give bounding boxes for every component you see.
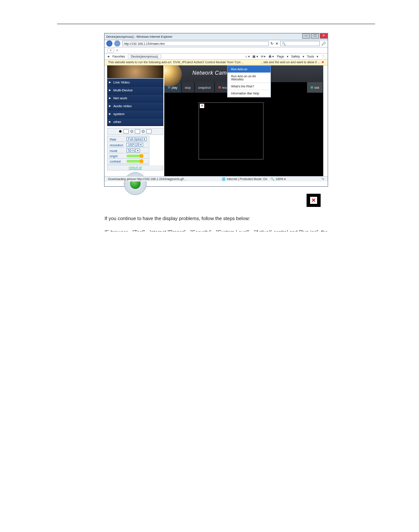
broken-image-callout: ✕ — [307, 194, 321, 207]
favorites-label[interactable]: Favorites — [112, 55, 125, 58]
page-menu[interactable]: Page — [277, 55, 284, 58]
default-all-link[interactable]: default all — [107, 165, 163, 170]
paragraph-1: If you continue to have the display prob… — [105, 215, 328, 222]
stop-icon[interactable]: ✕ — [275, 42, 278, 46]
ie-window: Device(anonymous) - Windows Internet Exp… — [104, 33, 328, 187]
control-table: RateFull-Speed ▾ resolution160*120 ▾ mod… — [107, 136, 149, 165]
status-zone: 🌐 Internet | Protected Mode: On — [222, 177, 267, 181]
sidebar-item-system[interactable]: system — [107, 110, 163, 118]
broken-image-icon: ✕ — [200, 104, 204, 108]
window-title: Device(anonymous) - Windows Internet Exp… — [106, 35, 173, 38]
ctrl-label-resolution: resolution — [108, 143, 124, 148]
tools-menu[interactable]: Tools — [307, 55, 314, 58]
search-box[interactable]: 🔍 — [280, 41, 320, 46]
ctrl-label-contrast: contrast — [108, 159, 124, 164]
nav-forward-button[interactable] — [114, 40, 120, 47]
ctrl-label-mode: mode — [108, 148, 124, 153]
favorites-icon[interactable]: ★ — [107, 55, 110, 58]
status-text: Downloading picture http://192.168.1.154… — [108, 177, 187, 181]
sidebar-item-audio-video[interactable]: Audio video — [107, 102, 163, 110]
sidebar-item-other[interactable]: other — [107, 118, 163, 126]
ctrl-label-bright: bright — [108, 154, 124, 159]
mail-icon[interactable]: ✉ ▾ — [261, 55, 266, 58]
ctrl-label-rate: Rate — [108, 137, 124, 142]
search-magnifier-icon[interactable]: 🔎 — [321, 42, 326, 46]
info-bar-text-right: …site and the add-on and want to allow i… — [260, 61, 321, 64]
contrast-slider[interactable] — [126, 160, 143, 163]
home-icon[interactable]: ⌂ ▾ — [245, 55, 249, 58]
view-mode-switch — [107, 128, 163, 135]
help-icon[interactable]: ❔ — [321, 55, 325, 58]
sidebar-item-live-video[interactable]: Live Video — [107, 79, 163, 87]
view-mode-quad[interactable] — [135, 129, 140, 134]
camera-side-panel: Live Video Multi-Device Net work Audio v… — [107, 65, 163, 195]
maximize-button[interactable]: ▢ — [311, 33, 319, 39]
extension-pill[interactable]: ✕ — [107, 48, 114, 53]
snapshot-button[interactable]: snapshot — [195, 82, 214, 93]
video-placeholder: ✕ — [199, 102, 264, 159]
info-bar-close-icon[interactable]: ✕ — [321, 61, 324, 64]
view-mode-radio-2[interactable] — [130, 130, 133, 133]
talk-button[interactable]: talk — [307, 82, 323, 93]
address-bar[interactable]: http://192.168.1.154/main.htm — [122, 41, 269, 46]
ctx-info-bar-help[interactable]: Information Bar Help — [228, 90, 271, 97]
view-mode-radio-1[interactable] — [119, 130, 122, 133]
feed-icon[interactable]: ▦ ▾ — [253, 55, 258, 58]
sidebar-item-network[interactable]: Net work — [107, 94, 163, 102]
ptz-joystick[interactable] — [124, 172, 147, 195]
ctx-run-addon-all[interactable]: Run Add-on on All Websites — [228, 73, 271, 83]
addon-context-menu: Run Add-on Run Add-on on All Websites Wh… — [227, 65, 271, 98]
information-bar[interactable]: This website wants to run the following … — [105, 60, 328, 65]
minimize-button[interactable]: — — [302, 33, 310, 39]
close-button[interactable]: ✕ — [320, 33, 328, 39]
status-bar: Downloading picture http://192.168.1.154… — [105, 176, 328, 181]
camera-thumbnail — [107, 65, 163, 79]
sidebar-item-multi-device[interactable]: Multi-Device — [107, 87, 163, 94]
safety-menu[interactable]: Safety — [291, 55, 300, 58]
view-mode-radio-3[interactable] — [142, 130, 144, 133]
view-mode-single[interactable] — [123, 129, 129, 134]
paragraph-2: IE browser—"Tool"—Internet "Proper"—"Sec… — [105, 228, 328, 232]
info-bar-text-left: This website wants to run the following … — [108, 61, 244, 64]
stop-button[interactable]: stop — [181, 82, 195, 93]
ctx-run-addon[interactable]: Run Add-on — [228, 66, 271, 73]
ctx-whats-the-risk[interactable]: What's the Risk? — [228, 83, 271, 90]
bright-slider[interactable] — [126, 155, 143, 157]
select-resolution[interactable]: 160*120 ▾ — [126, 143, 143, 147]
nav-back-button[interactable] — [106, 40, 112, 47]
print-icon[interactable]: 🖶 ▾ — [268, 55, 274, 58]
status-zoom[interactable]: 🔍 100% ▾ — [271, 177, 286, 181]
view-mode-nine[interactable] — [146, 129, 152, 134]
select-rate[interactable]: Full-Speed ▾ — [126, 137, 147, 141]
refresh-icon[interactable]: ↻ — [271, 42, 274, 46]
active-tab[interactable]: Device(anonymous) — [128, 54, 161, 58]
select-mode[interactable]: 50 HZ ▾ — [126, 148, 140, 152]
